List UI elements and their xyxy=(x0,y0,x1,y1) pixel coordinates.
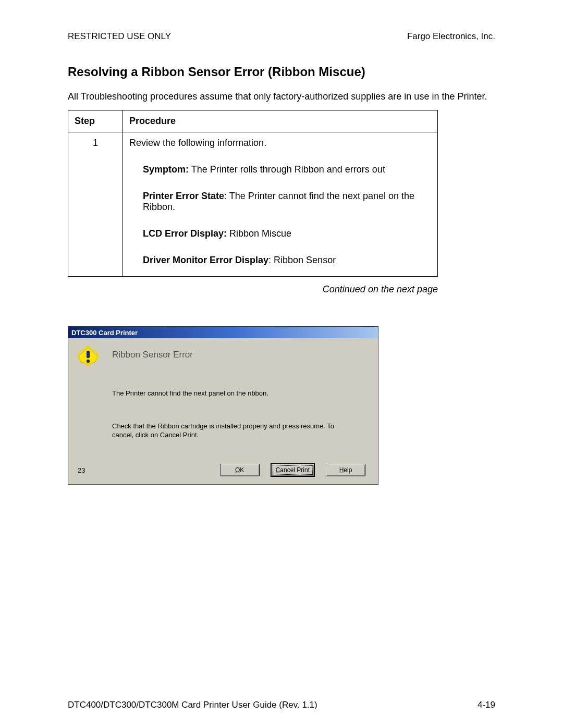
col-header-step: Step xyxy=(68,110,123,132)
dialog-titlebar: DTC300 Card Printer xyxy=(68,327,378,338)
dialog-title: DTC300 Card Printer xyxy=(71,329,138,337)
ok-button[interactable]: OK xyxy=(220,464,260,476)
step-number: 1 xyxy=(68,132,123,277)
dialog-body: Ribbon Sensor Error The Printer cannot f… xyxy=(68,338,378,484)
lcd-line: LCD Error Display: Ribbon Miscue xyxy=(143,228,431,239)
cancel-print-button[interactable]: Cancel Print xyxy=(271,464,314,476)
lcd-label: LCD Error Display: xyxy=(143,228,227,239)
svg-rect-2 xyxy=(87,351,90,358)
cancel-u: C xyxy=(276,466,280,474)
document-page: RESTRICTED USE ONLY Fargo Electronics, I… xyxy=(0,0,563,728)
table-row: 1 Review the following information. Symp… xyxy=(68,132,438,277)
dialog-screenshot: DTC300 Card Printer Ribbon Sensor Error … xyxy=(68,326,495,485)
dialog-content: Ribbon Sensor Error The Printer cannot f… xyxy=(112,350,369,440)
dialog-heading: Ribbon Sensor Error xyxy=(112,350,369,360)
help-button[interactable]: Help xyxy=(326,464,365,476)
col-header-procedure: Procedure xyxy=(123,110,438,132)
warning-icon xyxy=(78,346,99,366)
procedure-table: Step Procedure 1 Review the following in… xyxy=(68,110,438,277)
review-line: Review the following information. xyxy=(129,138,431,149)
header-right: Fargo Electronics, Inc. xyxy=(407,31,495,42)
driver-text: : Ribbon Sensor xyxy=(268,255,336,265)
dialog-line1: The Printer cannot find the next panel o… xyxy=(112,389,357,398)
ok-u: O xyxy=(235,466,240,474)
symptom-text: The Printer rolls through Ribbon and err… xyxy=(189,164,385,175)
driver-label: Driver Monitor Error Display xyxy=(143,255,268,265)
dialog-count: 23 xyxy=(78,466,85,474)
symptom-label: Symptom: xyxy=(143,164,189,175)
error-dialog: DTC300 Card Printer Ribbon Sensor Error … xyxy=(68,326,378,485)
cancel-rest: ancel Print xyxy=(280,466,310,474)
continued-note: Continued on the next page xyxy=(68,284,438,295)
page-header: RESTRICTED USE ONLY Fargo Electronics, I… xyxy=(68,31,495,42)
driver-line: Driver Monitor Error Display: Ribbon Sen… xyxy=(143,255,431,266)
lcd-text: Ribbon Miscue xyxy=(227,228,291,239)
footer-right: 4-19 xyxy=(478,700,495,710)
procedure-cell: Review the following information. Sympto… xyxy=(123,132,438,277)
section-title: Resolving a Ribbon Sensor Error (Ribbon … xyxy=(68,65,495,79)
dialog-buttons: OK Cancel Print Help xyxy=(220,464,365,476)
svg-rect-3 xyxy=(87,360,90,363)
intro-text: All Troubleshooting procedures assume th… xyxy=(68,91,495,103)
dialog-footer: 23 OK Cancel Print Help xyxy=(78,464,369,478)
header-left: RESTRICTED USE ONLY xyxy=(68,31,171,42)
ok-rest: K xyxy=(240,466,244,474)
symptom-line: Symptom: The Printer rolls through Ribbo… xyxy=(143,164,431,175)
page-footer: DTC400/DTC300/DTC300M Card Printer User … xyxy=(68,700,495,710)
dialog-line2: Check that the Ribbon cartridge is insta… xyxy=(112,422,357,440)
error-state-line: Printer Error State: The Printer cannot … xyxy=(143,191,431,213)
footer-left: DTC400/DTC300/DTC300M Card Printer User … xyxy=(68,700,317,710)
error-state-label: Printer Error State xyxy=(143,191,224,201)
help-rest: elp xyxy=(344,466,352,474)
